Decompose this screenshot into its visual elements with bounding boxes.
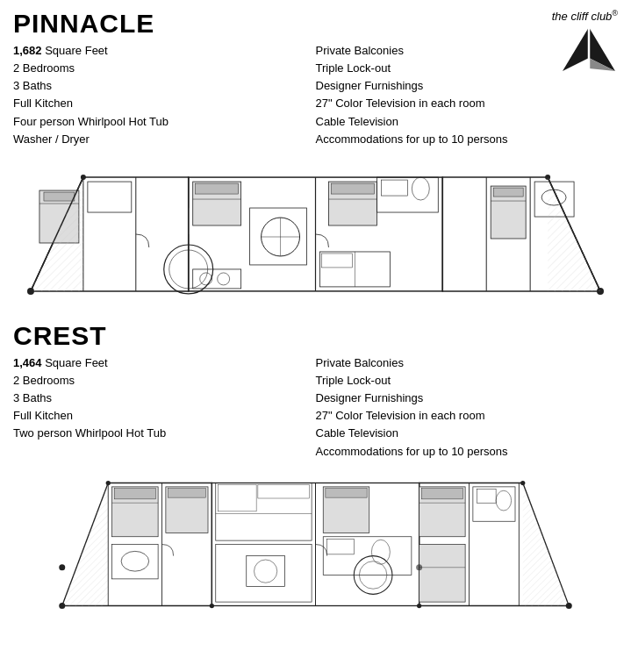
crest-accommodations: Accommodations for up to 10 persons — [316, 443, 619, 461]
svg-point-70 — [255, 560, 277, 583]
page: the cliff club® PINNACLE 1,682 Square Fe… — [0, 0, 631, 642]
svg-rect-74 — [258, 484, 310, 498]
pinnacle-hottub: Four person Whirlpool Hot Tub — [13, 113, 316, 131]
svg-rect-38 — [331, 183, 374, 194]
pinnacle-furnishings: Designer Furnishings — [316, 77, 619, 95]
pinnacle-tv: 27" Color Television in each room — [316, 95, 619, 112]
crest-title: CREST — [13, 321, 618, 351]
pinnacle-floor-plan — [13, 155, 618, 309]
svg-point-98 — [417, 604, 421, 608]
svg-rect-63 — [112, 544, 159, 578]
pinnacle-title: PINNACLE — [13, 9, 618, 39]
svg-point-92 — [59, 603, 65, 609]
svg-point-94 — [566, 603, 572, 609]
crest-cable: Cable Television — [316, 425, 619, 442]
crest-lockout: Triple Lock-out — [316, 372, 619, 390]
logo-icon — [561, 23, 618, 74]
svg-rect-89 — [323, 536, 412, 575]
crest-sqft: 1,464 Square Feet — [13, 354, 316, 372]
pinnacle-features-left: 1,682 Square Feet 2 Bedrooms 3 Baths Ful… — [13, 42, 316, 148]
svg-point-93 — [106, 481, 111, 485]
svg-rect-48 — [321, 254, 352, 268]
pinnacle-section: PINNACLE 1,682 Square Feet 2 Bedrooms 3 … — [13, 9, 618, 309]
crest-bedrooms: 2 Bedrooms — [13, 372, 316, 390]
svg-rect-73 — [218, 484, 256, 511]
crest-features-left: 1,464 Square Feet 2 Bedrooms 3 Baths Ful… — [13, 354, 316, 461]
logo-text: the cliff club® — [552, 9, 618, 23]
svg-point-99 — [416, 564, 422, 570]
svg-rect-78 — [421, 488, 462, 498]
crest-balconies: Private Balconies — [316, 354, 619, 372]
svg-rect-20 — [493, 188, 523, 197]
crest-features: 1,464 Square Feet 2 Bedrooms 3 Baths Ful… — [13, 354, 618, 461]
svg-point-64 — [121, 551, 149, 571]
svg-point-95 — [520, 481, 525, 485]
crest-kitchen: Full Kitchen — [13, 407, 316, 425]
svg-point-82 — [496, 490, 512, 511]
svg-rect-83 — [419, 544, 466, 602]
pinnacle-bedrooms: 2 Bedrooms — [13, 60, 316, 77]
crest-floor-plan — [13, 468, 618, 621]
crest-tv: 27" Color Television in each room — [316, 407, 619, 425]
svg-rect-61 — [114, 488, 155, 498]
svg-point-44 — [200, 273, 212, 285]
svg-rect-80 — [473, 487, 515, 521]
svg-rect-8 — [88, 182, 132, 212]
svg-rect-68 — [216, 544, 312, 602]
crest-baths: 3 Baths — [13, 390, 316, 407]
crest-plan-svg — [13, 468, 618, 621]
svg-rect-71 — [216, 483, 312, 540]
svg-point-42 — [412, 177, 429, 200]
svg-point-91 — [371, 540, 390, 564]
svg-rect-35 — [196, 183, 239, 194]
svg-point-45 — [218, 273, 230, 285]
svg-rect-41 — [381, 180, 407, 196]
crest-section: CREST 1,464 Square Feet 2 Bedrooms 3 Bat… — [13, 321, 618, 621]
svg-rect-11 — [44, 192, 75, 201]
svg-marker-57 — [523, 483, 570, 605]
crest-furnishings: Designer Furnishings — [316, 390, 619, 407]
svg-rect-88 — [326, 488, 367, 497]
pinnacle-washer: Washer / Dryer — [13, 131, 316, 148]
svg-rect-69 — [247, 555, 285, 586]
crest-features-right: Private Balconies Triple Lock-out Design… — [316, 354, 619, 461]
logo: the cliff club® — [552, 9, 618, 76]
svg-rect-66 — [169, 488, 206, 497]
crest-hottub: Two person Whirlpool Hot Tub — [13, 425, 316, 442]
pinnacle-sqft: 1,682 Square Feet — [13, 42, 316, 60]
pinnacle-baths: 3 Baths — [13, 77, 316, 95]
svg-point-96 — [59, 564, 65, 570]
svg-rect-81 — [477, 489, 496, 503]
pinnacle-features: 1,682 Square Feet 2 Bedrooms 3 Baths Ful… — [13, 42, 618, 148]
svg-point-97 — [210, 604, 214, 608]
pinnacle-plan-svg — [13, 155, 618, 309]
svg-marker-56 — [62, 483, 109, 605]
pinnacle-kitchen: Full Kitchen — [13, 95, 316, 112]
pinnacle-accommodations: Accommodations for up to 10 persons — [316, 131, 619, 148]
pinnacle-cable: Cable Television — [316, 113, 619, 131]
svg-rect-90 — [327, 539, 355, 554]
